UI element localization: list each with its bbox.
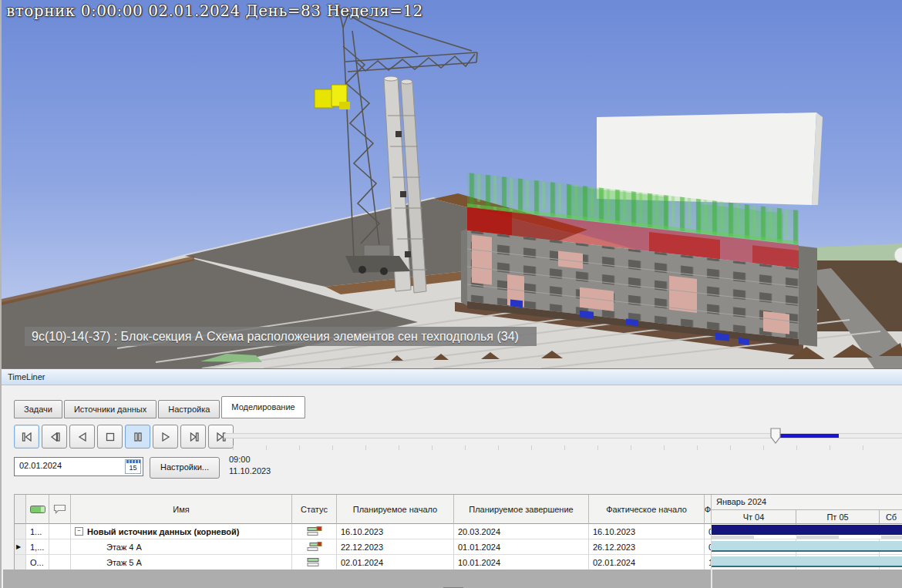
play-button[interactable] — [153, 425, 178, 449]
step-forward-button[interactable] — [180, 425, 206, 449]
task-status-icon — [307, 526, 322, 536]
step-back-button[interactable] — [42, 425, 67, 449]
cell-comment[interactable] — [49, 555, 71, 570]
calendar-icon[interactable]: 15 — [125, 459, 141, 474]
gantt-day-label: Чт 04 — [712, 510, 796, 524]
cell-status — [292, 539, 337, 555]
collapse-icon[interactable]: − — [75, 527, 83, 536]
tab-data-sources[interactable]: Источники данных — [64, 400, 157, 418]
tab-bar: Задачи Источники данных Настройка Модели… — [14, 396, 307, 418]
cell-clipped: 0 — [705, 539, 712, 555]
cell-status — [292, 524, 337, 539]
3d-scene — [2, 0, 902, 368]
panel-titlebar[interactable]: TimeLiner — [2, 369, 902, 385]
row-selector-header[interactable] — [15, 495, 26, 524]
cell-planned-start[interactable]: 22.12.2023 — [337, 539, 454, 555]
slider-ticks — [233, 445, 893, 450]
cell-active[interactable]: 1,... — [26, 539, 49, 555]
name-column-header[interactable]: Имя — [71, 495, 292, 524]
gantt-day-label: Сб — [880, 510, 902, 524]
gantt-bar-task — [712, 556, 902, 567]
interval-time-readout: 09:00 11.10.2023 — [229, 454, 271, 477]
cell-active[interactable]: 1... — [26, 524, 49, 539]
pause-button[interactable] — [125, 425, 150, 449]
status-column-header[interactable]: Статус — [292, 495, 337, 524]
timeliner-panel: TimeLiner Задачи Источники данных Настро… — [2, 368, 902, 588]
actual-start-column-header[interactable]: Фактическое начало — [589, 495, 705, 524]
cell-planned-start[interactable]: 16.10.2023 — [337, 524, 454, 539]
gantt-bar-summary — [712, 525, 902, 535]
interval-date: 11.10.2023 — [229, 465, 271, 477]
progress-bar-icon — [30, 506, 45, 513]
tab-configure[interactable]: Настройка — [158, 400, 220, 418]
planned-start-column-header[interactable]: Планируемое начало — [337, 495, 454, 524]
active-column-header[interactable] — [26, 495, 49, 524]
tab-simulate[interactable]: Моделирование — [221, 396, 305, 418]
speech-bubble-icon — [53, 504, 66, 514]
gantt-header[interactable]: Январь 2024 Чт 04 Пт 05 Сб — [712, 495, 902, 524]
cell-actual-start[interactable]: 16.10.2023 — [589, 524, 705, 539]
gantt-bar-task — [712, 541, 902, 552]
task-status-icon — [307, 542, 322, 552]
gantt-day-shading — [712, 536, 902, 539]
playback-controls — [14, 425, 234, 449]
cell-planned-start[interactable]: 02.01.2024 — [337, 555, 454, 570]
cell-name[interactable]: Этаж 5 А — [71, 555, 292, 570]
cell-planned-end[interactable]: 20.03.2024 — [454, 524, 589, 539]
application-window: вторник 0:00:00 02.01.2024 День=83 Недел… — [0, 0, 902, 588]
panel-title: TimeLiner — [8, 372, 45, 381]
cell-actual-start[interactable]: 26.12.2023 — [589, 539, 705, 555]
cell-name[interactable]: − Новый источник данных (корневой) — [71, 524, 292, 539]
stop-button[interactable] — [97, 425, 123, 449]
settings-button[interactable]: Настройки... — [150, 457, 220, 479]
cell-comment[interactable] — [49, 524, 71, 539]
planned-end-column-header[interactable]: Планируемое завершение — [454, 495, 589, 524]
play-backward-button[interactable] — [69, 425, 95, 449]
background-building — [597, 113, 823, 205]
table-empty-area — [3, 570, 902, 588]
clipped-column-header[interactable]: Ф — [705, 495, 712, 524]
slider-fill — [780, 434, 839, 438]
gantt-month-label: Январь 2024 — [712, 495, 902, 510]
tab-tasks[interactable]: Задачи — [14, 400, 62, 418]
cell-actual-start[interactable]: 02.01.2024 — [589, 555, 705, 570]
row-selector[interactable] — [15, 524, 26, 539]
gantt-splitter[interactable] — [711, 570, 712, 588]
comments-column-header[interactable] — [49, 495, 71, 524]
simulation-date-field[interactable]: 02.01.2024 15 — [14, 457, 143, 476]
task-table: Имя Статус Планируемое начало Планируемо… — [14, 494, 902, 570]
interval-time: 09:00 — [229, 454, 271, 465]
viewport-3d[interactable]: вторник 0:00:00 02.01.2024 День=83 Недел… — [2, 0, 902, 368]
cell-active[interactable]: О... — [26, 555, 49, 570]
cell-status — [292, 555, 337, 570]
simulation-position-slider[interactable] — [224, 425, 902, 449]
cell-comment[interactable] — [49, 539, 71, 555]
slider-thumb[interactable] — [770, 428, 781, 447]
rewind-button[interactable] — [14, 425, 39, 449]
row-selector-current[interactable]: ▶ — [15, 539, 26, 555]
cell-clipped: 1 — [705, 555, 712, 570]
selection-info-overlay: 9с(10)-14(-37) : Блок-секция А Схема рас… — [25, 327, 537, 346]
cell-planned-end[interactable]: 01.01.2024 — [454, 539, 589, 555]
gantt-row[interactable] — [712, 539, 902, 555]
date-value: 02.01.2024 — [19, 461, 62, 470]
gantt-row[interactable] — [712, 524, 902, 539]
cell-planned-end[interactable]: 10.01.2024 — [454, 555, 589, 570]
gantt-row[interactable] — [712, 555, 902, 570]
simulation-clock-overlay: вторник 0:00:00 02.01.2024 День=83 Недел… — [6, 2, 423, 20]
cell-clipped: 0 — [705, 524, 712, 539]
task-status-icon — [307, 557, 322, 567]
row-selector[interactable] — [15, 555, 26, 570]
gantt-day-label: Пт 05 — [796, 510, 880, 524]
cell-name[interactable]: Этаж 4 А — [71, 539, 292, 555]
